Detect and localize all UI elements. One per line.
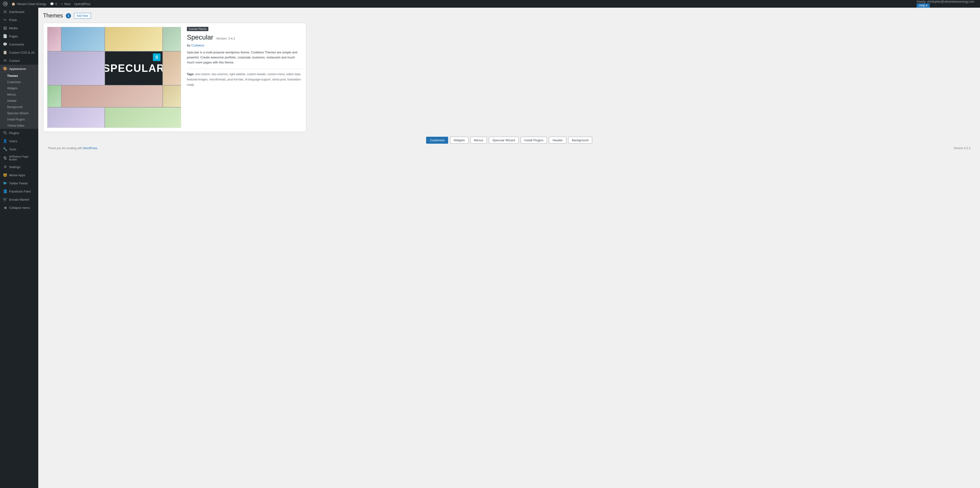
contact-icon: ✉	[3, 58, 7, 63]
sidebar-item-wpbakery[interactable]: 🏗 WPBakery Page Builder	[0, 153, 38, 163]
current-theme-badge: Current Theme	[187, 27, 208, 31]
mosaic-cell-8	[48, 86, 61, 107]
meow-icon: 🐱	[3, 173, 7, 177]
sidebar-item-custom-css[interactable]: 📋 Custom CSS & JS	[0, 48, 38, 56]
install-plugins-button[interactable]: Install Plugins	[520, 137, 547, 144]
pages-icon: 📄	[3, 34, 7, 38]
updraftplus-link[interactable]: UpdraftPlus	[74, 2, 91, 6]
mosaic-cell-10	[163, 86, 181, 107]
submenu-customize[interactable]: Customize	[0, 79, 38, 85]
appearance-submenu: Themes Customize Widgets Menus Header Ba…	[0, 73, 38, 129]
mosaic-cell-12	[105, 107, 181, 128]
theme-logo-text: SPECULAR	[105, 62, 162, 74]
home-icon: 🏠	[11, 2, 15, 6]
main-content: Themes 1 Add New	[38, 8, 980, 488]
customize-button[interactable]: Customize	[426, 137, 448, 144]
sidebar-item-twitter-feeds[interactable]: 🐦 Twitter Feeds	[0, 179, 38, 187]
sidebar-item-envato-market[interactable]: 🛒 Envato Market	[0, 195, 38, 204]
sidebar-item-media[interactable]: 🖼 Media	[0, 24, 38, 32]
comments-link[interactable]: 💬 0	[50, 2, 57, 6]
sidebar-item-dashboard[interactable]: ⊞ Dashboard	[0, 8, 38, 16]
sidebar-item-users[interactable]: 👤 Users	[0, 137, 38, 145]
theme-tags: Tags: one-column, two-columns, right-sid…	[187, 72, 302, 88]
menus-button[interactable]: Menus	[470, 137, 487, 144]
footer-version: Version 5.5.3	[954, 147, 970, 150]
mosaic-cell-9	[62, 86, 162, 107]
sidebar-item-pages[interactable]: 📄 Pages	[0, 32, 38, 40]
submenu-menus[interactable]: Menus	[0, 91, 38, 98]
submenu-widgets[interactable]: Widgets	[0, 85, 38, 91]
mosaic-cell-3	[105, 27, 162, 51]
comments-icon: 💬	[50, 2, 54, 6]
theme-version: Version: 3.4.2	[216, 37, 235, 40]
sidebar-item-posts[interactable]: ✏ Posts	[0, 16, 38, 24]
mosaic-cell-1	[48, 27, 61, 51]
sidebar-item-appearance[interactable]: 🎨 Appearance	[0, 65, 38, 73]
theme-screenshot: SPECULAR S	[47, 27, 181, 128]
wp-logo-icon[interactable]: W	[3, 2, 8, 6]
specular-wizard-button[interactable]: Specular Wizard	[489, 137, 519, 144]
page-header: Themes 1 Add New	[43, 13, 975, 19]
widgets-button[interactable]: Widgets	[450, 137, 468, 144]
submenu-themes[interactable]: Themes	[0, 73, 38, 79]
mosaic-cell-4	[163, 27, 181, 51]
plus-icon: +	[61, 2, 63, 6]
wp-footer: Thank you for creating with WordPress. V…	[43, 144, 975, 153]
mosaic-cell-5	[48, 51, 105, 85]
mosaic-cell-11	[48, 107, 105, 128]
collapse-icon: ◀	[3, 206, 7, 210]
author-link[interactable]: Codeless	[191, 43, 204, 47]
submenu-header[interactable]: Header	[0, 98, 38, 104]
sidebar-item-settings[interactable]: ⚙ Settings	[0, 163, 38, 171]
new-content-link[interactable]: + New	[61, 2, 71, 6]
appearance-icon: 🎨	[3, 67, 7, 71]
mosaic-cell-7	[163, 51, 181, 85]
plugins-icon: 🔌	[3, 131, 7, 135]
adminbar-right: Howdy, christopher@vibrantcleanenergy.co…	[916, 0, 977, 8]
footer-left: Thank you for creating with WordPress.	[48, 147, 98, 150]
sidebar-item-meow-apps[interactable]: 🐱 Meow Apps	[0, 171, 38, 179]
css-icon: 📋	[3, 50, 7, 54]
admin-menu: ⊞ Dashboard ✏ Posts 🖼 Media 📄 Pages 💬 Co…	[0, 8, 38, 488]
users-icon: 👤	[3, 139, 7, 143]
submenu-specular-wizard[interactable]: Specular Wizard	[0, 110, 38, 116]
svg-text:W: W	[4, 2, 7, 5]
theme-card: SPECULAR S Curren	[43, 23, 306, 132]
settings-icon: ⚙	[3, 165, 7, 169]
page-title: Themes	[43, 13, 63, 19]
sidebar-item-comments[interactable]: 💬 Comments	[0, 40, 38, 48]
submenu-theme-editor[interactable]: Theme Editor	[0, 123, 38, 129]
theme-actions: Customize Widgets Menus Specular Wizard …	[43, 137, 975, 144]
site-name-link[interactable]: 🏠 Vibrant Clean Energy	[11, 2, 46, 6]
theme-count-badge: 1	[66, 13, 71, 18]
background-button[interactable]: Background	[568, 137, 592, 144]
submenu-background[interactable]: Background	[0, 104, 38, 110]
sidebar-item-collapse[interactable]: ◀ Collapse menu	[0, 204, 38, 212]
envato-icon: 🛒	[3, 197, 7, 202]
media-icon: 🖼	[3, 26, 7, 30]
add-new-button[interactable]: Add New	[74, 13, 91, 19]
theme-info: Current Theme Specular Version: 3.4.2 By…	[187, 27, 302, 128]
sidebar-item-plugins[interactable]: 🔌 Plugins	[0, 129, 38, 137]
mosaic-cell-6: SPECULAR S	[105, 51, 162, 85]
tags-label: Tags:	[187, 73, 194, 76]
wp-layout: ⊞ Dashboard ✏ Posts 🖼 Media 📄 Pages 💬 Co…	[0, 8, 980, 488]
sidebar-item-facebook-feed[interactable]: 📘 Facebook Feed	[0, 187, 38, 195]
sidebar-item-contact[interactable]: ✉ Contact	[0, 56, 38, 65]
theme-author: By Codeless	[187, 43, 302, 47]
submenu-install-plugins[interactable]: Install Plugins	[0, 116, 38, 123]
tools-icon: 🔧	[3, 147, 7, 152]
facebook-icon: 📘	[3, 189, 7, 193]
theme-name-row: Specular Version: 3.4.2	[187, 33, 302, 41]
wordpress-link[interactable]: WordPress	[83, 147, 97, 150]
chevron-down-icon: ▾	[926, 4, 928, 7]
admin-bar: W 🏠 Vibrant Clean Energy 💬 0 + New Updra…	[0, 0, 980, 8]
sidebar-item-tools[interactable]: 🔧 Tools	[0, 145, 38, 153]
twitter-icon: 🐦	[3, 181, 7, 185]
s-icon: S	[153, 53, 161, 61]
theme-name: Specular	[187, 33, 213, 41]
tags-values: one-column, two-columns, right-sidebar, …	[187, 73, 302, 86]
help-button[interactable]: Help ▾	[916, 3, 930, 8]
header-button[interactable]: Header	[549, 137, 566, 144]
dashboard-icon: ⊞	[3, 10, 7, 14]
